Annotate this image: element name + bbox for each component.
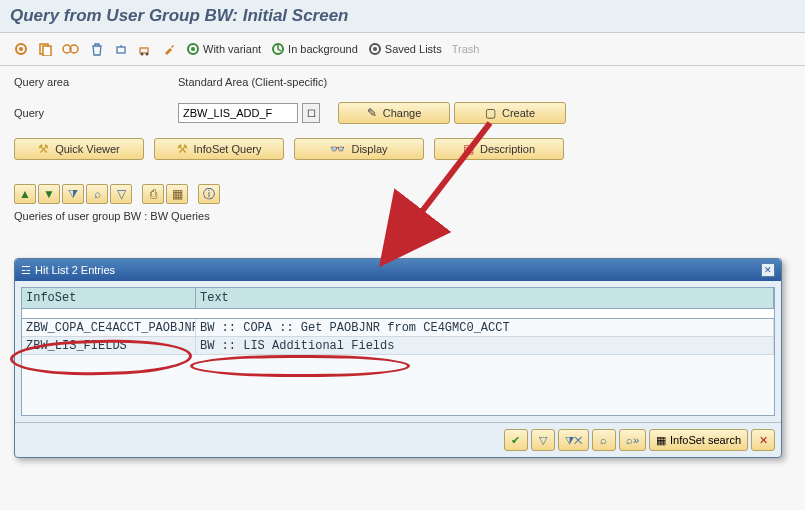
execute-icon[interactable]	[10, 39, 32, 59]
hit-list-dialog: ☲ Hit List 2 Entries ✕ InfoSet Text ZBW_…	[14, 258, 782, 458]
cell-infoset: ZBW_LIS_FIELDS	[22, 337, 196, 355]
glasses-icon: 👓	[330, 142, 345, 156]
cell-text: BW :: LIS Additional Fields	[196, 337, 774, 355]
query-area-label: Query area	[14, 76, 174, 88]
delete-filter-button[interactable]: ⧩✕	[558, 429, 589, 451]
result-grid: InfoSet Text ZBW_COPA_CE4ACCT_PAOBJNR BW…	[21, 287, 775, 416]
transport-icon[interactable]	[134, 39, 156, 59]
titlebar: Query from User Group BW: Initial Screen	[0, 0, 805, 33]
svg-rect-3	[43, 46, 51, 56]
new-icon: ▢	[485, 106, 496, 120]
find-icon[interactable]: ⌕	[86, 184, 108, 204]
quick-viewer-button[interactable]: ⚒Quick Viewer	[14, 138, 144, 160]
f4-help-icon[interactable]: ☐	[302, 103, 320, 123]
info-icon[interactable]: ⓘ	[198, 184, 220, 204]
with-variant-button[interactable]: With variant	[182, 39, 265, 59]
delete-icon[interactable]	[86, 39, 108, 59]
sort-desc-icon[interactable]: ▼	[38, 184, 60, 204]
svg-point-14	[373, 47, 377, 51]
find-button[interactable]: ⌕	[592, 429, 616, 451]
grid-header: InfoSet Text	[22, 288, 774, 309]
wrench-icon: ⚒	[38, 142, 49, 156]
section-heading: Queries of user group BW : BW Queries	[0, 208, 805, 228]
execute-variant-icon[interactable]	[58, 39, 84, 59]
dialog-close-button[interactable]: ✕	[761, 263, 775, 277]
pencil-icon: ✎	[367, 106, 377, 120]
svg-rect-6	[117, 47, 125, 53]
search-icon: ▦	[656, 434, 666, 447]
description-button[interactable]: ▤Description	[434, 138, 564, 160]
query-label: Query	[14, 107, 174, 119]
infoset-search-button[interactable]: ▦InfoSet search	[649, 429, 748, 451]
cell-text: BW :: COPA :: Get PAOBJNR from CE4GMC0_A…	[196, 319, 774, 337]
dialog-footer: ✔ ▽ ⧩✕ ⌕ ⌕» ▦InfoSet search ✕	[15, 422, 781, 457]
findnext-button[interactable]: ⌕»	[619, 429, 646, 451]
filter2-icon[interactable]: ▽	[110, 184, 132, 204]
dialog-body: InfoSet Text ZBW_COPA_CE4ACCT_PAOBJNR BW…	[15, 287, 781, 416]
in-background-button[interactable]: In background	[267, 39, 362, 59]
display-button[interactable]: 👓Display	[294, 138, 424, 160]
alv-toolbar: ▲ ▼ ⧩ ⌕ ▽ ⎙ ▦ ⓘ	[0, 184, 805, 208]
sort-asc-icon[interactable]: ▲	[14, 184, 36, 204]
cell-infoset: ZBW_COPA_CE4ACCT_PAOBJNR	[22, 319, 196, 337]
dialog-title-text: Hit List 2 Entries	[35, 264, 115, 276]
query-input[interactable]	[178, 103, 298, 123]
table-row[interactable]: ZBW_LIS_FIELDS BW :: LIS Additional Fiel…	[22, 337, 774, 355]
saved-lists-button[interactable]: Saved Lists	[364, 39, 446, 59]
svg-point-9	[146, 53, 149, 56]
layout-icon[interactable]: ▦	[166, 184, 188, 204]
tool-icon[interactable]	[158, 39, 180, 59]
rename-icon[interactable]	[110, 39, 132, 59]
svg-point-1	[19, 47, 23, 51]
form-area: Query area Standard Area (Client-specifi…	[0, 66, 805, 184]
svg-rect-7	[140, 48, 148, 53]
table-row[interactable]: ZBW_COPA_CE4ACCT_PAOBJNR BW :: COPA :: G…	[22, 319, 774, 337]
cancel-button[interactable]: ✕	[751, 429, 775, 451]
dialog-titlebar: ☲ Hit List 2 Entries ✕	[15, 259, 781, 281]
filter-icon[interactable]: ⧩	[62, 184, 84, 204]
app-toolbar: With variant In background Saved Lists T…	[0, 33, 805, 66]
query-area-value: Standard Area (Client-specific)	[178, 76, 327, 88]
infoset-query-button[interactable]: ⚒InfoSet Query	[154, 138, 284, 160]
change-button[interactable]: ✎Change	[338, 102, 450, 124]
doc-icon: ▤	[463, 142, 474, 156]
create-button[interactable]: ▢Create	[454, 102, 566, 124]
filter-button[interactable]: ▽	[531, 429, 555, 451]
col-text[interactable]: Text	[196, 288, 774, 308]
page-title: Query from User Group BW: Initial Screen	[10, 6, 795, 26]
dialog-icon: ☲	[21, 264, 31, 277]
sap-window: Query from User Group BW: Initial Screen…	[0, 0, 805, 510]
copy-icon[interactable]	[34, 39, 56, 59]
svg-point-11	[191, 47, 195, 51]
svg-point-8	[141, 53, 144, 56]
print-icon[interactable]: ⎙	[142, 184, 164, 204]
wrench-icon: ⚒	[177, 142, 188, 156]
col-infoset[interactable]: InfoSet	[22, 288, 196, 308]
ok-button[interactable]: ✔	[504, 429, 528, 451]
trash-button: Trash	[448, 39, 484, 59]
